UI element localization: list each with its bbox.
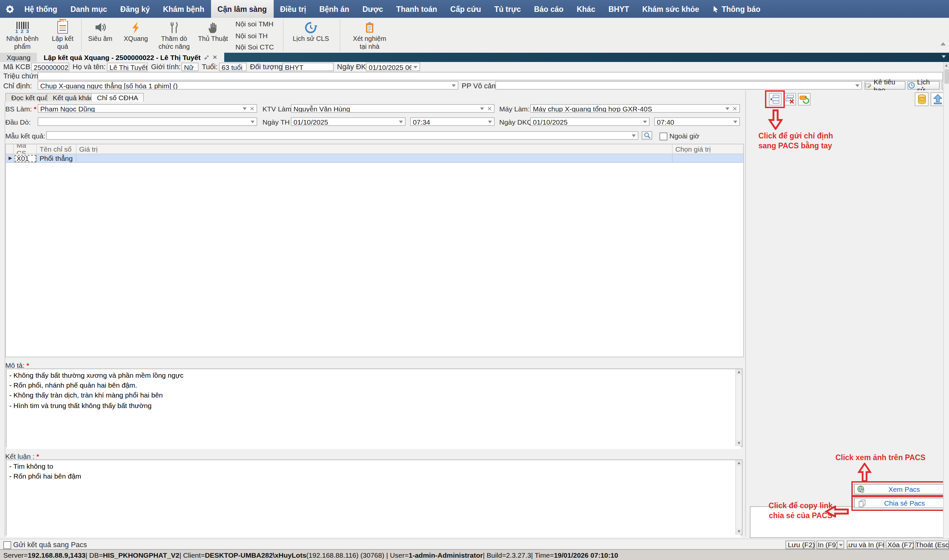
delete-button[interactable]: Xóa (F7): [886, 540, 914, 549]
menu-khac[interactable]: Khác: [570, 0, 602, 18]
tab-list-dropdown-icon[interactable]: [942, 55, 946, 60]
toolbar-lap-ket-qua[interactable]: ab Lập kết quả: [45, 18, 80, 53]
trieu-chung-input[interactable]: [38, 72, 943, 80]
ngay-th-date[interactable]: 01/10/2025: [291, 117, 405, 126]
gioi-tinh-field[interactable]: Nữ: [181, 63, 199, 71]
toolbar-noi-soi-ctc[interactable]: Nội Soi CTC: [236, 43, 274, 51]
ktv-lam-combo[interactable]: Nguyễn Văn Hùng✕: [291, 104, 495, 113]
toolbar-lich-su-cls[interactable]: Lịch sử CLS: [288, 18, 333, 53]
grid-header-ten-chi-so[interactable]: Tên chỉ số: [37, 145, 77, 154]
cancel-pacs-order-button[interactable]: [783, 93, 796, 106]
tab-lap-ket-qua-active[interactable]: Lập kết quả Xquang - 2500000022 - Lê Thị…: [37, 53, 224, 62]
save-and-print-button[interactable]: Lưu và In (F6): [847, 540, 884, 549]
menu-kham-benh[interactable]: Khám bệnh: [156, 0, 211, 18]
menu-tu-truc[interactable]: Tủ trực: [488, 0, 528, 18]
toolbar-noi-soi-tmh[interactable]: Nội soi TMH: [236, 20, 274, 28]
cell-ten-chi-so[interactable]: Phổi thẳng: [37, 154, 77, 163]
mo-ta-scrollbar[interactable]: ▲▼: [735, 369, 742, 446]
tab-chi-so-cdha[interactable]: Chỉ số CĐHA: [91, 93, 144, 102]
gui-ket-qua-pacs-checkbox[interactable]: [3, 541, 11, 549]
toolbar-thu-thuat[interactable]: Thủ Thuật: [194, 18, 231, 53]
chevron-down-icon[interactable]: [452, 85, 456, 89]
chevron-down-icon[interactable]: [243, 108, 247, 112]
exit-button[interactable]: Thoát (Esc): [915, 540, 949, 549]
pp-vo-cam-combo[interactable]: [495, 81, 862, 90]
toolbar-tham-do-chuc-nang[interactable]: Thăm dò chức năng: [154, 18, 194, 53]
bs-lam-combo[interactable]: Phạm Ngọc Dũng✕: [38, 104, 257, 113]
chevron-down-icon[interactable]: [733, 121, 737, 125]
pin-icon[interactable]: [204, 55, 209, 60]
cell-ma-cs[interactable]: X01: [14, 154, 37, 163]
ngay-th-time[interactable]: 07:34: [410, 117, 495, 126]
tab-xquang[interactable]: Xquang: [0, 53, 37, 62]
search-template-button[interactable]: [642, 131, 652, 140]
toolbar-nhan-benh-pham[interactable]: 1 2 3 Nhận bệnh phẩm: [0, 18, 45, 53]
chi-dinh-combo[interactable]: Chụp X-quang ngực thẳng [số hóa 1 phim] …: [38, 81, 458, 90]
toolbar-xquang[interactable]: XQuang: [118, 18, 154, 53]
ket-luan-scrollbar[interactable]: ▲▼: [735, 460, 742, 535]
dau-do-combo[interactable]: [38, 117, 257, 126]
ma-kcb-label: Mã KCB:: [3, 63, 32, 71]
grid-header-row: Mã CS Tên chỉ số Giá trị Chọn giá trị: [6, 145, 743, 154]
menu-thong-bao[interactable]: Thông báo: [706, 0, 767, 18]
toolbar-noi-soi-th[interactable]: Nội soi TH: [236, 31, 274, 39]
mo-ta-textarea[interactable]: - Không thấy bất thường xương và phần mề…: [6, 369, 741, 449]
doi-tuong-field[interactable]: BHYT: [282, 63, 334, 71]
ngay-dkq-date[interactable]: 01/10/2025: [530, 117, 650, 126]
refresh-pacs-button[interactable]: [798, 93, 810, 106]
menu-bhyt[interactable]: BHYT: [602, 0, 636, 18]
lightning-icon: [130, 20, 142, 35]
chevron-down-icon[interactable]: [399, 121, 403, 125]
grid-header-chon-gia-tri[interactable]: Chọn giá trị: [673, 145, 743, 154]
clear-icon[interactable]: ✕: [732, 105, 737, 112]
may-lam-combo[interactable]: Máy chụp X-quang tổng hợp GXR-40S✕: [530, 104, 740, 113]
menu-thanh-toan[interactable]: Thanh toán: [390, 0, 444, 18]
menu-benh-an[interactable]: Bệnh án: [313, 0, 356, 18]
scrollbar-thumb[interactable]: [944, 69, 949, 84]
print-button[interactable]: In (F9): [817, 540, 837, 549]
tuoi-field[interactable]: 63 tuổi: [219, 63, 246, 71]
menu-duoc[interactable]: Dược: [356, 0, 390, 18]
close-icon[interactable]: ✕: [213, 54, 217, 61]
menu-dieu-tri[interactable]: Điều trị: [273, 0, 313, 18]
toolbar-xet-nghiem-tai-nha[interactable]: Xét nghiệm tại nhà: [347, 18, 393, 53]
lich-su-button[interactable]: Lịch sử: [907, 81, 940, 90]
ket-luan-textarea[interactable]: - Tim không to - Rốn phổi hai bên đậm: [6, 460, 741, 537]
ngoai-gio-checkbox[interactable]: [659, 132, 667, 140]
chevron-down-icon[interactable]: [632, 134, 636, 139]
menu-dang-ky[interactable]: Đăng ký: [114, 0, 157, 18]
ho-ten-field[interactable]: Lê Thị Tuyết: [107, 63, 148, 71]
menu-he-thong[interactable]: Hệ thống: [18, 0, 64, 18]
save-button[interactable]: Lưu (F2): [786, 540, 815, 549]
chevron-down-icon[interactable]: [726, 108, 730, 112]
cell-gia-tri[interactable]: [77, 154, 673, 163]
print-dropdown-button[interactable]: [837, 540, 844, 549]
grid-row-selected[interactable]: ▶ X01 Phổi thẳng: [6, 154, 743, 163]
menu-cap-cuu[interactable]: Cấp cứu: [444, 0, 488, 18]
ngay-dkq-time[interactable]: 07:40: [654, 117, 740, 126]
clear-icon[interactable]: ✕: [250, 105, 254, 112]
menu-bao-cao[interactable]: Báo cáo: [527, 0, 570, 18]
upload-button[interactable]: [931, 92, 944, 106]
chevron-down-icon[interactable]: [251, 121, 254, 125]
chevron-down-icon[interactable]: [855, 85, 859, 89]
grid-header-gia-tri[interactable]: Giá trị: [77, 145, 673, 154]
vertical-scrollbar[interactable]: ▲: [943, 62, 949, 538]
toolbar-collapse-chevron[interactable]: [940, 40, 946, 46]
menu-can-lam-sang[interactable]: Cận lâm sàng: [211, 0, 274, 18]
chevron-down-icon[interactable]: [488, 121, 492, 125]
cell-chon-gia-tri[interactable]: [673, 154, 743, 163]
database-button[interactable]: [915, 92, 929, 106]
clear-icon[interactable]: ✕: [487, 105, 492, 112]
chevron-down-icon[interactable]: [643, 121, 647, 125]
toolbar-sieu-am[interactable]: Siêu âm: [82, 18, 118, 53]
ngay-dk-field[interactable]: 01/10/2025 06:4: [366, 63, 420, 71]
ma-kcb-field[interactable]: 2500000022: [31, 63, 69, 71]
menu-danh-muc[interactable]: Danh mục: [64, 0, 114, 18]
chevron-down-icon[interactable]: [481, 108, 484, 112]
menu-kham-suc-khoe[interactable]: Khám sức khỏe: [636, 0, 706, 18]
mau-ket-qua-combo[interactable]: [46, 131, 638, 140]
chevron-down-icon[interactable]: [413, 66, 417, 71]
ke-tieu-hao-button[interactable]: Kê tiêu hao: [864, 81, 906, 90]
grid-header-ma-cs[interactable]: Mã CS: [14, 145, 37, 154]
